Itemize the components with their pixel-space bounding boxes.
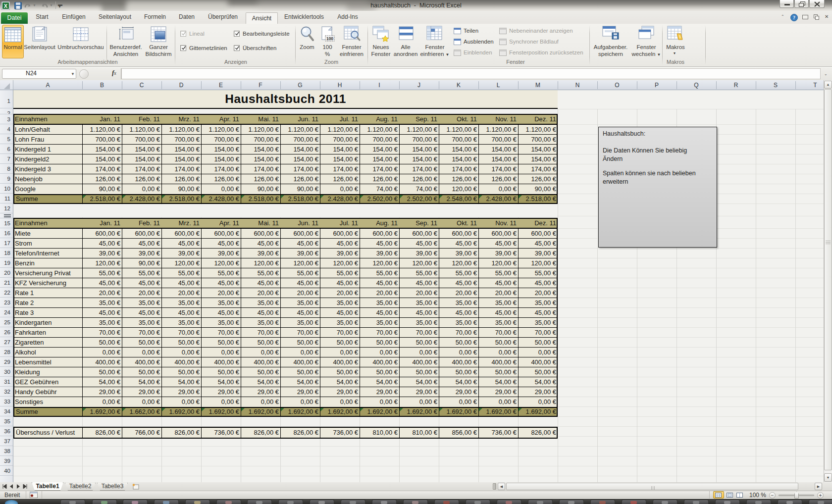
- svg-text:X: X: [4, 3, 8, 9]
- svg-text:100: 100: [326, 36, 333, 41]
- svg-text:?: ?: [793, 15, 795, 20]
